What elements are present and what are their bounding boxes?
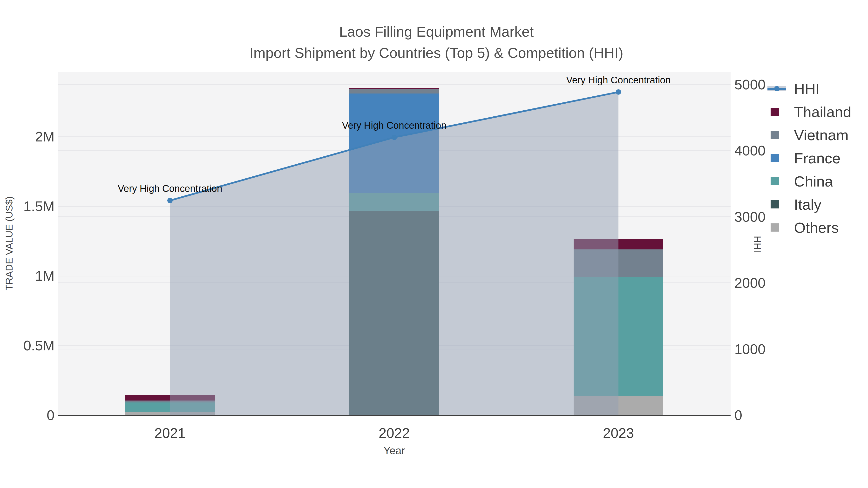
figure: 00.5M1M1.5M2M010002000300040005000202120… [0,0,868,488]
legend-color-swatch [771,223,779,232]
legend-swatch-icon [768,147,789,170]
legend-item-vietnam[interactable]: Vietnam [768,123,851,147]
annotation-2022: Very High Concentration [342,120,446,131]
legend-swatch-icon [768,216,789,239]
legend-item-italy[interactable]: Italy [768,193,851,216]
legend-item-thailand[interactable]: Thailand [768,100,851,123]
legend-color-swatch [771,108,779,116]
x-axis-title: Year [383,445,405,457]
legend-swatch-icon [768,100,789,123]
chart-title-line1: Laos Filling Equipment Market [0,21,868,42]
x-tick-2022: 2022 [378,425,410,441]
legend-item-others[interactable]: Others [768,216,851,239]
y-right-tick-4000: 4000 [735,143,766,158]
legend-color-swatch [771,200,779,208]
legend-item-label: France [794,150,840,167]
y-right-tick-5000: 5000 [735,77,766,92]
legend-color-swatch [771,131,779,139]
legend-swatch-icon [768,170,789,193]
y-left-tick-2M: 2M [35,129,55,144]
legend-item-france[interactable]: France [768,147,851,170]
hhi-marker-2021[interactable] [167,198,173,203]
annotation-2021: Very High Concentration [118,183,222,194]
chart-title-line2: Import Shipment by Countries (Top 5) & C… [0,42,868,64]
legend-item-label: Italy [794,196,822,213]
legend-item-label: HHI [794,80,820,97]
hhi-marker-2022[interactable] [392,135,397,140]
y-left-tick-0.5M: 0.5M [23,337,55,353]
legend-swatch-icon [768,123,789,147]
y-left-tick-1.5M: 1.5M [23,198,55,214]
annotation-2023: Very High Concentration [566,75,671,85]
legend-item-china[interactable]: China [768,170,851,193]
x-tick-2021: 2021 [154,425,185,441]
y-left-tick-0: 0 [47,407,55,423]
y-right-tick-3000: 3000 [735,209,766,225]
bar-segment-thailand-2022[interactable] [349,88,439,89]
legend-item-label: Vietnam [794,127,848,143]
y-right-tick-2000: 2000 [735,275,766,291]
legend-item-label: Others [794,219,839,236]
legend-line-sample-icon [768,77,789,100]
legend-line-marker [774,86,779,91]
y-left-axis-title: TRADE VALUE (US$) [4,196,15,290]
y-right-tick-0: 0 [735,407,742,423]
hhi-marker-2023[interactable] [616,89,621,95]
chart-canvas: 00.5M1M1.5M2M010002000300040005000202120… [0,0,868,488]
y-right-tick-1000: 1000 [735,341,766,357]
x-tick-2023: 2023 [603,425,634,441]
legend-item-hhi[interactable]: HHI [768,77,851,100]
bar-segment-vietnam-2022[interactable] [349,89,439,94]
y-left-tick-1M: 1M [35,268,55,284]
legend-item-label: Thailand [794,103,851,121]
legend-color-swatch [771,177,779,185]
y-right-axis-title: HHI [752,236,763,253]
chart-title: Laos Filling Equipment Market Import Shi… [0,21,868,64]
legend: HHIThailandVietnamFranceChinaItalyOthers [768,77,851,239]
legend-color-swatch [771,154,779,162]
legend-item-label: China [794,173,833,190]
legend-swatch-icon [768,193,789,216]
